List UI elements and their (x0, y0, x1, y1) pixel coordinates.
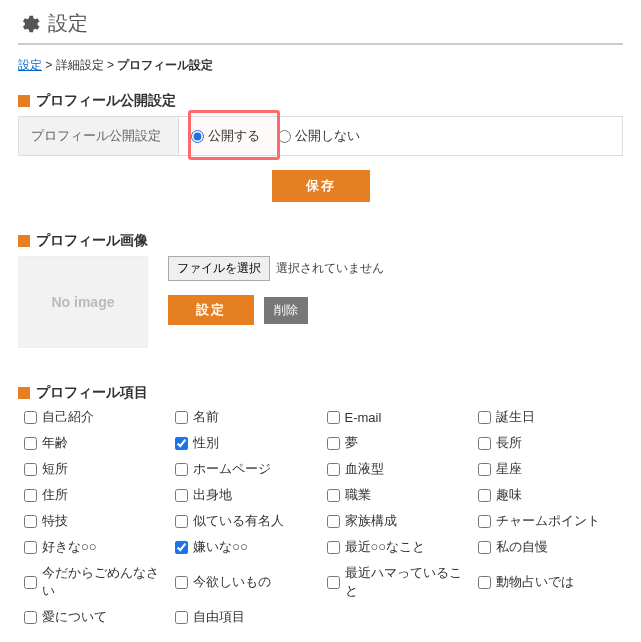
profile-image-placeholder: No image (18, 256, 148, 348)
section-heading-visibility: プロフィール公開設定 (18, 92, 623, 110)
field-checkbox-label: 夢 (345, 434, 358, 452)
field-checkbox-item[interactable]: 職業 (327, 486, 472, 504)
field-checkbox-item[interactable]: 自己紹介 (24, 408, 169, 426)
field-checkbox[interactable] (24, 463, 37, 476)
field-checkbox-label: 好きな○○ (42, 538, 97, 556)
field-checkbox[interactable] (175, 437, 188, 450)
field-checkbox-item[interactable]: 似ている有名人 (175, 512, 320, 530)
breadcrumb-current: プロフィール設定 (117, 58, 213, 72)
visibility-row-value: 公開する 公開しない (179, 117, 622, 155)
field-checkbox[interactable] (327, 437, 340, 450)
breadcrumb-link-settings[interactable]: 設定 (18, 58, 42, 72)
radio-private-label: 公開しない (295, 127, 360, 145)
visibility-row: プロフィール公開設定 公開する 公開しない (18, 116, 623, 156)
radio-public[interactable] (191, 130, 204, 143)
radio-public-wrap[interactable]: 公開する (191, 127, 260, 145)
field-checkbox[interactable] (327, 463, 340, 476)
field-checkbox-item[interactable]: 好きな○○ (24, 538, 169, 556)
field-checkbox-item[interactable]: 血液型 (327, 460, 472, 478)
field-checkbox[interactable] (175, 541, 188, 554)
field-checkbox[interactable] (478, 411, 491, 424)
field-checkbox[interactable] (478, 515, 491, 528)
field-checkbox[interactable] (327, 411, 340, 424)
field-checkbox[interactable] (24, 541, 37, 554)
field-checkbox-item[interactable]: 家族構成 (327, 512, 472, 530)
field-checkbox-label: 特技 (42, 512, 68, 530)
field-checkbox-item[interactable]: 動物占いでは (478, 564, 623, 600)
image-set-button[interactable]: 設定 (168, 295, 254, 325)
image-delete-button[interactable]: 削除 (264, 297, 308, 324)
field-checkbox[interactable] (478, 541, 491, 554)
field-checkbox-label: 短所 (42, 460, 68, 478)
file-select-button[interactable]: ファイルを選択 (168, 256, 270, 281)
field-checkbox-label: 私の自慢 (496, 538, 548, 556)
field-checkbox[interactable] (327, 515, 340, 528)
field-checkbox-item[interactable]: 今欲しいもの (175, 564, 320, 600)
field-checkbox-label: ホームページ (193, 460, 271, 478)
field-checkbox-label: チャームポイント (496, 512, 600, 530)
field-checkbox[interactable] (24, 437, 37, 450)
field-checkbox-item[interactable]: 今だからごめんなさい (24, 564, 169, 600)
field-checkbox-item[interactable]: 名前 (175, 408, 320, 426)
field-checkbox[interactable] (327, 541, 340, 554)
radio-private[interactable] (278, 130, 291, 143)
breadcrumb-sep: > (104, 58, 118, 72)
field-checkbox-item[interactable]: 年齢 (24, 434, 169, 452)
save-button[interactable]: 保存 (272, 170, 370, 202)
field-checkbox-item[interactable]: 誕生日 (478, 408, 623, 426)
field-checkbox-item[interactable]: 長所 (478, 434, 623, 452)
field-checkbox-item[interactable]: 夢 (327, 434, 472, 452)
field-checkbox-label: E-mail (345, 410, 382, 425)
field-checkbox-item[interactable]: 短所 (24, 460, 169, 478)
field-checkbox[interactable] (175, 489, 188, 502)
file-status-text: 選択されていません (276, 260, 384, 277)
field-checkbox-label: 自己紹介 (42, 408, 94, 426)
field-checkbox-label: 名前 (193, 408, 219, 426)
field-checkbox-item[interactable]: 特技 (24, 512, 169, 530)
field-checkbox-item[interactable]: 自由項目 (175, 608, 320, 626)
field-checkbox[interactable] (24, 515, 37, 528)
field-checkbox-label: 血液型 (345, 460, 384, 478)
field-checkbox-label: 出身地 (193, 486, 232, 504)
field-checkbox-item[interactable]: 出身地 (175, 486, 320, 504)
field-checkbox[interactable] (175, 576, 188, 589)
field-checkbox-label: 誕生日 (496, 408, 535, 426)
field-checkbox-grid: 自己紹介名前E-mail誕生日年齢性別夢長所短所ホームページ血液型星座住所出身地… (18, 408, 623, 626)
field-checkbox-item[interactable]: 私の自慢 (478, 538, 623, 556)
field-checkbox[interactable] (24, 576, 37, 589)
breadcrumb-sep: > (42, 58, 56, 72)
field-checkbox-label: 今欲しいもの (193, 573, 271, 591)
field-checkbox[interactable] (478, 463, 491, 476)
field-checkbox-label: 嫌いな○○ (193, 538, 248, 556)
field-checkbox-item[interactable]: ホームページ (175, 460, 320, 478)
field-checkbox-item[interactable]: 嫌いな○○ (175, 538, 320, 556)
field-checkbox-item[interactable]: 住所 (24, 486, 169, 504)
field-checkbox[interactable] (478, 489, 491, 502)
field-checkbox[interactable] (175, 463, 188, 476)
field-checkbox-item[interactable]: 最近○○なこと (327, 538, 472, 556)
field-checkbox-label: 住所 (42, 486, 68, 504)
field-checkbox[interactable] (327, 576, 340, 589)
field-checkbox-label: 性別 (193, 434, 219, 452)
field-checkbox-item[interactable]: 愛について (24, 608, 169, 626)
field-checkbox[interactable] (24, 489, 37, 502)
visibility-row-label: プロフィール公開設定 (19, 117, 179, 155)
field-checkbox[interactable] (24, 411, 37, 424)
field-checkbox[interactable] (478, 437, 491, 450)
field-checkbox-item[interactable]: 最近ハマっていること (327, 564, 472, 600)
field-checkbox-label: 最近○○なこと (345, 538, 426, 556)
field-checkbox[interactable] (175, 515, 188, 528)
field-checkbox[interactable] (478, 576, 491, 589)
field-checkbox-item[interactable]: E-mail (327, 408, 472, 426)
field-checkbox-item[interactable]: チャームポイント (478, 512, 623, 530)
field-checkbox[interactable] (175, 411, 188, 424)
field-checkbox-item[interactable]: 趣味 (478, 486, 623, 504)
field-checkbox[interactable] (24, 611, 37, 624)
field-checkbox-item[interactable]: 性別 (175, 434, 320, 452)
field-checkbox[interactable] (175, 611, 188, 624)
field-checkbox[interactable] (327, 489, 340, 502)
field-checkbox-label: 趣味 (496, 486, 522, 504)
radio-private-wrap[interactable]: 公開しない (278, 127, 360, 145)
page-header: 設定 (18, 10, 623, 45)
field-checkbox-item[interactable]: 星座 (478, 460, 623, 478)
